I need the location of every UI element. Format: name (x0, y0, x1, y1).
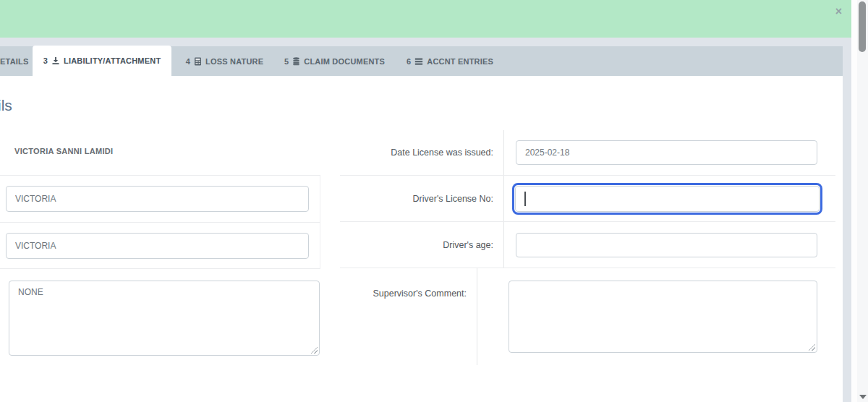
supervisors-comment-textarea[interactable] (509, 281, 817, 353)
tab-liability-attachment[interactable]: 3 LIABILITY/ATTACHMENT (33, 46, 171, 76)
drivers-age-label: Driver's age: (340, 222, 504, 268)
tab-accnt-entries[interactable]: 6 ACCNT ENTRIES (399, 46, 501, 76)
claim-modal: × ETAILS 3 LIABILITY/ATTACHMENT 4 LOSS N… (0, 0, 868, 402)
tab-number: 4 (186, 57, 190, 66)
tab-claim-documents[interactable]: 5 CLAIM DOCUMENTS (275, 46, 394, 76)
scroll-down-arrow-icon[interactable] (859, 395, 867, 399)
date-license-issued-label: Date License was issued: (340, 130, 504, 175)
supervisors-comment-row: Supervisor's Comment: (340, 268, 835, 365)
date-license-issued-row: Date License was issued: (340, 130, 835, 176)
text-caret (524, 192, 526, 206)
driver-first-name-input[interactable] (6, 186, 309, 212)
drivers-license-no-input[interactable] (515, 186, 820, 212)
database-icon (292, 57, 300, 66)
scrollbar-thumb[interactable] (859, 1, 866, 52)
tab-label: LIABILITY/ATTACHMENT (64, 56, 161, 65)
page-title: ils (0, 97, 12, 114)
modal-background-band (843, 38, 851, 402)
drivers-age-input[interactable] (516, 233, 817, 257)
tab-details-partial[interactable]: ETAILS (0, 46, 29, 76)
wizard-tab-bar: ETAILS 3 LIABILITY/ATTACHMENT 4 LOSS NAT… (0, 46, 843, 76)
close-icon[interactable]: × (835, 6, 842, 17)
tab-label: LOSS NATURE (205, 57, 263, 66)
supervisors-comment-label: Supervisor's Comment: (340, 268, 477, 365)
insured-name-row: VICTORIA SANNI LAMIDI (0, 127, 320, 176)
tab-loss-nature[interactable]: 4 LOSS NATURE (179, 46, 270, 76)
driver-first-name-row (0, 176, 320, 223)
tab-label: CLAIM DOCUMENTS (304, 57, 385, 66)
driver-comment-textarea[interactable]: NONE (9, 281, 320, 356)
license-details-right-table: Date License was issued: Driver's Licens… (340, 130, 835, 365)
insured-name-label: VICTORIA SANNI LAMIDI (0, 147, 113, 155)
tab-details-partial-label: ETAILS (0, 57, 29, 66)
tab-number: 5 (284, 57, 289, 66)
driver-details-left-table: VICTORIA SANNI LAMIDI NONE (0, 127, 320, 377)
driver-other-name-row (0, 223, 320, 269)
tab-number: 6 (407, 57, 411, 66)
tab-label: ACCNT ENTRIES (427, 57, 493, 66)
download-icon (51, 56, 60, 65)
driver-comment-row: NONE (0, 281, 320, 377)
date-license-issued-input[interactable] (516, 140, 817, 165)
rows-icon (414, 57, 423, 66)
calculator-icon (194, 57, 202, 66)
driver-other-name-input[interactable] (6, 233, 309, 259)
success-alert-bar: × (0, 0, 851, 38)
scrollbar[interactable] (857, 0, 868, 402)
drivers-license-no-label: Driver's License No: (340, 176, 504, 221)
tab-number: 3 (43, 56, 48, 65)
drivers-age-row: Driver's age: (340, 222, 835, 268)
scrollbar-gap (851, 0, 857, 402)
drivers-license-no-row: Driver's License No: (340, 176, 835, 222)
